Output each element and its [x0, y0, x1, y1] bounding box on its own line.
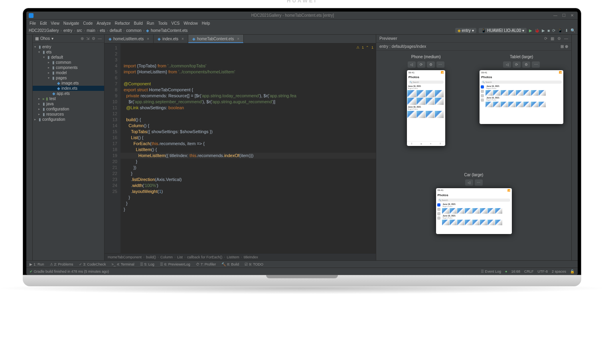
- settings-icon[interactable]: ⚙: [427, 61, 435, 68]
- menu-file[interactable]: File: [30, 21, 36, 26]
- rotate-icon[interactable]: ⟳: [513, 61, 521, 68]
- editor-crumb[interactable]: Column: [160, 255, 173, 259]
- toolwindow-codecheck[interactable]: ✓ 3: CodeCheck: [79, 262, 106, 266]
- menu-analyze[interactable]: Analyze: [97, 21, 111, 26]
- tree-item-default[interactable]: ▾▮default: [33, 55, 104, 60]
- toolwindow-run[interactable]: ▶ 1: Run: [30, 262, 44, 266]
- tree-icon[interactable]: ⊞: [561, 44, 564, 49]
- right-tool-stripe[interactable]: [571, 35, 578, 260]
- editor-crumb[interactable]: ListItem: [227, 255, 239, 259]
- device-selector[interactable]: 📱HUAWEI LIO-AL00▾: [479, 28, 527, 33]
- toolwindow-todo[interactable]: ☑ 9: TODO: [245, 262, 263, 266]
- tab-index-ets[interactable]: ◆index.ets×: [154, 35, 188, 43]
- tree-item-configuration[interactable]: ▸▮configuration: [33, 106, 104, 112]
- menu-run[interactable]: Run: [147, 21, 154, 26]
- more-icon[interactable]: ⋯: [436, 61, 444, 68]
- hide-icon[interactable]: —: [98, 36, 102, 41]
- tree-item-java[interactable]: ▸▮java: [33, 101, 104, 106]
- editor-crumb[interactable]: HomeTabComponent: [108, 255, 142, 259]
- breadcrumb-item[interactable]: src: [77, 28, 82, 33]
- maximize-button[interactable]: ☐: [561, 13, 567, 18]
- tree-item-ets[interactable]: ▾▮ets: [33, 49, 104, 55]
- breadcrumb-item[interactable]: HDC2021Gallery: [29, 28, 59, 33]
- menu-build[interactable]: Build: [134, 21, 143, 26]
- tree-item-pages[interactable]: ▾▮pages: [33, 75, 104, 81]
- tab-homeTabContent-ets[interactable]: ◆homeTabContent.ets×: [188, 35, 244, 43]
- hide-icon[interactable]: —: [564, 36, 568, 41]
- project-tree[interactable]: ▾▮entry▾▮ets▾▮default▸▮common▸▮component…: [33, 43, 104, 124]
- event-log-button[interactable]: ☰ Event Log: [481, 270, 501, 273]
- menu-refactor[interactable]: Refactor: [115, 21, 130, 26]
- back-icon[interactable]: ◁: [408, 61, 416, 68]
- gear-icon[interactable]: ⚙: [557, 36, 561, 41]
- run-icon[interactable]: ▶: [529, 28, 532, 33]
- tree-item-configuration[interactable]: ▸▮configuration: [33, 117, 104, 122]
- tree-item-common[interactable]: ▸▮common: [33, 60, 104, 65]
- menu-code[interactable]: Code: [83, 21, 93, 26]
- stop-icon[interactable]: ■: [547, 28, 550, 33]
- multi-device-icon[interactable]: ▦: [551, 36, 554, 41]
- tree-item-index-ets[interactable]: ◆index.ets: [33, 86, 104, 91]
- tree-item-image-ets[interactable]: ◆image.ets: [33, 81, 104, 86]
- avd-icon[interactable]: 📱: [558, 28, 563, 33]
- tree-item-resources[interactable]: ▸▮resources: [33, 112, 104, 117]
- line-gutter[interactable]: 1234567891011121314151617181920212223242…: [105, 43, 120, 253]
- back-icon[interactable]: ◁: [503, 61, 511, 68]
- tree-item-components[interactable]: ▸▮components: [33, 65, 104, 70]
- line-separator[interactable]: CRLF: [524, 270, 534, 273]
- device-frame[interactable]: 09:41📶Photos🔍 SearchJune 19, 2021Bagchi …: [436, 188, 512, 234]
- zoom-icon[interactable]: ⊕: [565, 44, 568, 49]
- sdk-icon[interactable]: ⬇: [565, 28, 568, 33]
- code-editor[interactable]: 1234567891011121314151617181920212223242…: [105, 43, 376, 253]
- more-icon[interactable]: ⋯: [475, 179, 483, 186]
- breadcrumb-item[interactable]: entry: [63, 28, 72, 33]
- close-button[interactable]: ✕: [569, 13, 575, 18]
- search-icon[interactable]: 🔍: [570, 28, 575, 33]
- project-view-label[interactable]: Ohos: [40, 36, 50, 41]
- close-icon[interactable]: ×: [182, 37, 184, 41]
- left-tool-stripe[interactable]: [26, 35, 33, 260]
- breadcrumb-item[interactable]: main: [87, 28, 95, 33]
- readonly-icon[interactable]: 🔓: [570, 270, 574, 273]
- previewer-canvas[interactable]: Phone (medium)◁⟳⚙⋯09:41📶Photos🔍 SearchJu…: [376, 51, 571, 260]
- toolwindow-log[interactable]: ☰ 5: Log: [140, 262, 154, 266]
- back-icon[interactable]: ◁: [465, 179, 473, 186]
- menu-view[interactable]: View: [51, 21, 59, 26]
- menu-vcs[interactable]: VCS: [172, 21, 180, 26]
- menu-tools[interactable]: Tools: [158, 21, 167, 26]
- editor-crumb[interactable]: build(): [146, 255, 156, 259]
- toolwindow-terminal[interactable]: >_ 4: Terminal: [112, 262, 134, 266]
- editor-crumb[interactable]: titleIndex: [244, 255, 258, 259]
- breadcrumb-item[interactable]: homeTabContent.ets: [151, 28, 188, 33]
- sync-icon[interactable]: ⟳: [552, 28, 555, 33]
- toolwindow-previewerlog[interactable]: ☰ 6: PreviewerLog: [160, 262, 190, 266]
- run-config-selector[interactable]: ◆entry▾: [455, 28, 476, 33]
- tree-item-entry[interactable]: ▾▮entry: [33, 44, 104, 49]
- refresh-icon[interactable]: ⟳: [544, 36, 547, 41]
- toolwindow-build[interactable]: 🔨 8: Build: [221, 262, 239, 266]
- menu-navigate[interactable]: Navigate: [63, 21, 79, 26]
- device-frame[interactable]: 09:41📶Photos🔍 SearchJune 19, 2021Bagchi …: [480, 70, 563, 124]
- breadcrumb-item[interactable]: common: [126, 28, 141, 33]
- more-icon[interactable]: ⋯: [532, 61, 540, 68]
- indent-setting[interactable]: 2 spaces: [552, 270, 566, 273]
- editor-crumb[interactable]: List: [177, 255, 183, 259]
- settings-icon[interactable]: ⚙: [522, 61, 530, 68]
- toolwindow-profiler[interactable]: ⏱ 7: Profiler: [196, 262, 216, 266]
- expand-icon[interactable]: ⇲: [86, 36, 89, 41]
- tab-homeListItem-ets[interactable]: ◆homeListItem.ets×: [105, 35, 154, 43]
- rotate-icon[interactable]: ⟳: [417, 61, 425, 68]
- file-encoding[interactable]: UTF-8: [537, 270, 548, 273]
- menu-edit[interactable]: Edit: [40, 21, 47, 26]
- tree-item-app-ets[interactable]: ◆app.ets: [33, 91, 104, 96]
- gear-icon[interactable]: ⚙: [92, 36, 95, 41]
- debug-icon[interactable]: 🐞: [535, 28, 539, 33]
- inspection-badge[interactable]: ⚠ 1 ⌃ 1: [356, 45, 373, 51]
- tree-item-test[interactable]: ▸▸ ▮test: [33, 96, 104, 101]
- toolwindow-problems[interactable]: ⚠ 2: Problems: [50, 262, 73, 266]
- menu-help[interactable]: Help: [202, 21, 210, 26]
- editor-crumb[interactable]: callback for ForEach(): [187, 255, 222, 259]
- breadcrumb-item[interactable]: ets: [100, 28, 105, 33]
- device-frame[interactable]: 09:41📶Photos🔍 SearchJune 19, 2021Bagchi …: [407, 70, 445, 146]
- close-icon[interactable]: ×: [147, 37, 149, 41]
